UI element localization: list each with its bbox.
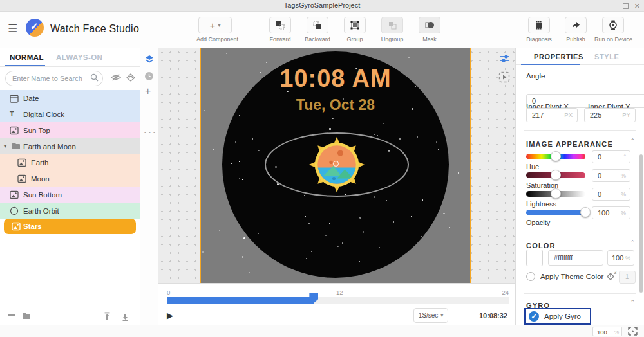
image-icon — [10, 126, 19, 135]
opacity-slider[interactable] — [526, 210, 585, 215]
plus-icon: + — [210, 20, 216, 31]
layer-row-stars-selected[interactable]: Stars — [4, 219, 136, 234]
minimize-icon[interactable]: — — [611, 2, 617, 9]
lightness-slider-handle[interactable] — [551, 188, 561, 199]
timeline-progress — [167, 297, 314, 304]
forward-icon — [275, 20, 285, 30]
calendar-icon — [10, 94, 19, 103]
fit-to-screen-icon[interactable] — [628, 327, 638, 336]
apply-gyro-checkbox[interactable]: ✓ Apply Gyro — [524, 308, 591, 325]
tab-properties[interactable]: PROPERTIES — [534, 53, 583, 60]
time-preview-icon[interactable] — [144, 71, 154, 81]
zoom-level-input[interactable]: 100 % — [592, 327, 622, 336]
inner-pivot-y-input[interactable]: 225 PY — [584, 108, 636, 122]
app-title: Watch Face Studio — [50, 23, 139, 35]
logo-check-icon: ✓ — [30, 21, 39, 32]
layers-icon[interactable] — [144, 55, 155, 64]
backward-button[interactable]: Backward — [299, 17, 336, 42]
paint-bucket-icon: 3 — [606, 272, 616, 281]
strip-dots: • • • — [144, 129, 156, 135]
hide-all-icon[interactable] — [111, 73, 121, 82]
layer-row-moon[interactable]: Moon — [0, 170, 140, 187]
apply-gyro-label: Apply Gyro — [544, 313, 581, 320]
angle-label: Angle — [526, 72, 545, 80]
circle-icon — [10, 206, 19, 215]
collapse-color-icon[interactable]: ⌃ — [630, 239, 635, 246]
color-swatch[interactable] — [526, 250, 543, 266]
expand-twisty-icon[interactable]: ▾ — [4, 143, 6, 149]
app-logo: ✓ — [26, 19, 44, 37]
run-on-device-button[interactable]: Run on Device — [594, 17, 632, 42]
layer-row-earth-and-moon[interactable]: ▾ Earth and Moon — [0, 138, 140, 154]
import-layers-icon[interactable] — [121, 312, 129, 321]
diagnosis-button[interactable]: Diagnosis — [520, 17, 558, 42]
add-component-button[interactable]: +▾ Add Component — [196, 17, 234, 42]
layer-row-date[interactable]: Date — [0, 90, 140, 106]
timeline-tick-24: 24 — [502, 289, 509, 296]
panel-scrollbar[interactable] — [639, 154, 643, 293]
layer-row-digital-clock[interactable]: T Digital Clock — [0, 106, 140, 122]
export-layers-icon[interactable] — [103, 312, 111, 321]
preview-play-icon[interactable] — [498, 71, 510, 83]
color-header: COLOR — [526, 242, 556, 250]
search-input[interactable] — [5, 71, 103, 86]
watchface-design-area[interactable]: 10:08 AM Tue, Oct 28 — [200, 48, 471, 283]
layer-row-sun-bottom[interactable]: Sun Bottom — [0, 187, 140, 203]
main-toolbar: ☰ ✓ Watch Face Studio +▾ Add Component F… — [0, 12, 644, 48]
tab-always-on[interactable]: ALWAYS-ON — [56, 53, 102, 61]
window-title: TagsGyroSampleProject — [0, 1, 644, 9]
apply-theme-color-radio[interactable] — [526, 272, 535, 281]
canvas-tool-strip: • • • + — [140, 48, 158, 325]
timeline-track[interactable] — [167, 297, 509, 304]
close-icon[interactable]: ✕ — [634, 2, 640, 10]
color-hex-input[interactable]: #ffffffff — [548, 250, 603, 266]
saturation-slider[interactable] — [526, 172, 585, 178]
opacity-slider-handle[interactable] — [580, 207, 591, 217]
folder-icon — [12, 142, 21, 151]
publish-button[interactable]: Publish — [557, 17, 594, 42]
hue-slider[interactable] — [526, 154, 585, 159]
add-folder-icon[interactable] — [22, 312, 31, 320]
forward-button[interactable]: Forward — [261, 17, 299, 42]
layer-sidebar: NORMAL ALWAYS-ON Date T Digital Clock Su… — [0, 48, 140, 325]
hue-label: Hue — [526, 163, 539, 170]
tab-normal[interactable]: NORMAL — [10, 53, 44, 61]
apply-theme-color-label: Apply Theme Color — [540, 273, 603, 280]
tab-style[interactable]: STYLE — [594, 53, 619, 60]
hue-slider-handle[interactable] — [551, 151, 561, 161]
theme-color-index-input: 1 — [619, 271, 636, 284]
inner-pivot-x-input[interactable]: 217 PX — [526, 108, 578, 122]
add-layer-icon[interactable]: + — [145, 86, 151, 97]
watch-date-text[interactable]: Tue, Oct 28 — [222, 96, 449, 114]
image-icon — [17, 158, 26, 167]
layer-row-earth[interactable]: Earth — [0, 154, 140, 170]
lightness-value-input[interactable]: 0 % — [592, 188, 630, 201]
layer-row-earth-orbit[interactable]: Earth Orbit — [0, 203, 140, 219]
maximize-icon[interactable] — [623, 3, 629, 9]
play-button[interactable]: ▶ — [167, 311, 173, 320]
hue-value-input[interactable]: 0 ° — [592, 150, 630, 163]
group-button[interactable]: Group — [336, 17, 374, 42]
playback-speed-select[interactable]: 1S/sec ▾ — [413, 308, 448, 323]
lightness-slider[interactable] — [526, 191, 585, 197]
adjust-sliders-icon[interactable] — [500, 54, 510, 63]
chevron-down-icon: ▾ — [440, 313, 443, 318]
mask-button[interactable]: Mask — [411, 17, 448, 42]
ungroup-button[interactable]: Ungroup — [374, 17, 411, 42]
remove-layer-icon[interactable] — [8, 314, 15, 316]
color-opacity-input[interactable]: 100 % — [607, 250, 634, 266]
active-tab-underline — [521, 64, 580, 66]
opacity-value-input[interactable]: 100 % — [592, 206, 630, 219]
search-icon — [90, 73, 99, 82]
layer-row-sun-top[interactable]: Sun Top — [0, 122, 140, 138]
collapse-image-appearance-icon[interactable]: ⌃ — [630, 138, 635, 144]
saturation-value-input[interactable]: 0 % — [592, 169, 630, 182]
image-icon — [12, 222, 21, 231]
lock-all-icon[interactable] — [126, 73, 135, 82]
ungroup-icon — [387, 20, 397, 30]
design-canvas[interactable]: 10:08 AM Tue, Oct 28 — [158, 48, 515, 283]
menu-icon[interactable]: ☰ — [8, 22, 17, 35]
collapse-gyro-icon[interactable]: ⌃ — [630, 299, 635, 305]
sidebar-footer — [0, 307, 140, 325]
saturation-slider-handle[interactable] — [551, 170, 561, 180]
